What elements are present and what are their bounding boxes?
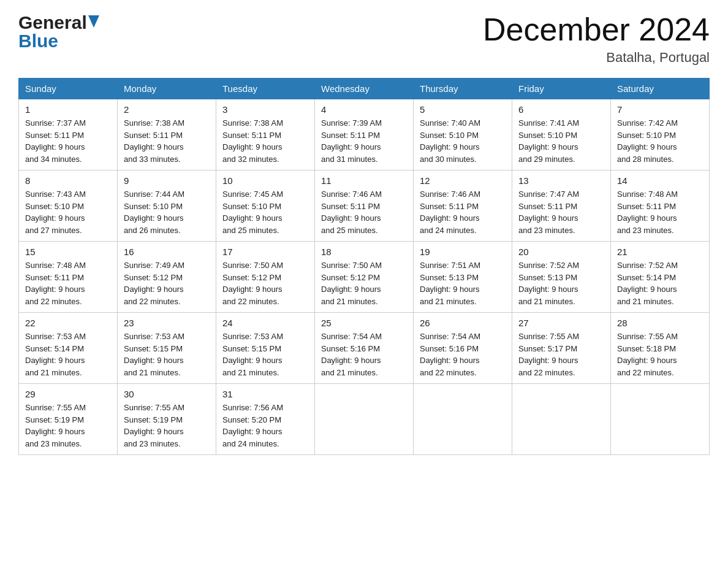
day-number: 11 [321,175,407,186]
day-info: Sunrise: 7:40 AMSunset: 5:10 PMDaylight:… [420,117,506,165]
day-number: 3 [222,104,308,115]
day-number: 24 [222,318,308,328]
calendar-cell: 27Sunrise: 7:55 AMSunset: 5:17 PMDayligh… [512,313,611,384]
page-header: General Blue December 2024 Batalha, Port… [18,12,710,66]
weekday-header-sunday: Sunday [19,79,118,99]
calendar-cell [414,384,512,455]
logo: General Blue [18,12,99,52]
calendar-cell: 14Sunrise: 7:48 AMSunset: 5:11 PMDayligh… [611,170,710,242]
day-number: 31 [222,389,308,399]
day-number: 17 [222,247,308,257]
calendar-cell: 12Sunrise: 7:46 AMSunset: 5:11 PMDayligh… [414,170,512,242]
day-number: 16 [124,247,210,257]
day-info: Sunrise: 7:48 AMSunset: 5:11 PMDaylight:… [617,188,703,236]
day-info: Sunrise: 7:51 AMSunset: 5:13 PMDaylight:… [420,259,506,307]
day-number: 20 [518,247,604,257]
day-info: Sunrise: 7:53 AMSunset: 5:14 PMDaylight:… [25,331,111,378]
day-info: Sunrise: 7:54 AMSunset: 5:16 PMDaylight:… [420,331,506,378]
day-number: 4 [321,104,407,115]
day-info: Sunrise: 7:45 AMSunset: 5:10 PMDaylight:… [222,188,308,236]
day-number: 1 [25,104,111,115]
day-number: 13 [518,175,604,186]
day-number: 5 [420,104,506,115]
day-info: Sunrise: 7:46 AMSunset: 5:11 PMDaylight:… [321,188,407,236]
title-area: December 2024 Batalha, Portugal [483,12,710,66]
calendar-cell: 4Sunrise: 7:39 AMSunset: 5:11 PMDaylight… [315,99,414,170]
calendar-cell: 23Sunrise: 7:53 AMSunset: 5:15 PMDayligh… [118,313,216,384]
day-info: Sunrise: 7:49 AMSunset: 5:12 PMDaylight:… [124,259,210,307]
day-number: 15 [25,247,111,257]
day-info: Sunrise: 7:55 AMSunset: 5:17 PMDaylight:… [518,331,604,378]
day-info: Sunrise: 7:50 AMSunset: 5:12 PMDaylight:… [321,259,407,307]
day-number: 22 [25,318,111,328]
weekday-header-friday: Friday [512,79,611,99]
weekday-header-row: SundayMondayTuesdayWednesdayThursdayFrid… [19,79,710,99]
calendar-cell: 25Sunrise: 7:54 AMSunset: 5:16 PMDayligh… [315,313,414,384]
day-number: 26 [420,318,506,328]
calendar-cell: 13Sunrise: 7:47 AMSunset: 5:11 PMDayligh… [512,170,611,242]
calendar-cell: 24Sunrise: 7:53 AMSunset: 5:15 PMDayligh… [216,313,315,384]
day-info: Sunrise: 7:47 AMSunset: 5:11 PMDaylight:… [518,188,604,236]
calendar-cell: 17Sunrise: 7:50 AMSunset: 5:12 PMDayligh… [216,242,315,313]
calendar-cell: 2Sunrise: 7:38 AMSunset: 5:11 PMDaylight… [118,99,216,170]
day-number: 23 [124,318,210,328]
calendar-cell: 6Sunrise: 7:41 AMSunset: 5:10 PMDaylight… [512,99,611,170]
day-info: Sunrise: 7:50 AMSunset: 5:12 PMDaylight:… [222,259,308,307]
day-number: 30 [124,389,210,399]
day-number: 9 [124,175,210,186]
day-number: 25 [321,318,407,328]
calendar-cell: 21Sunrise: 7:52 AMSunset: 5:14 PMDayligh… [611,242,710,313]
weekday-header-wednesday: Wednesday [315,79,414,99]
calendar-cell: 8Sunrise: 7:43 AMSunset: 5:10 PMDaylight… [19,170,118,242]
day-info: Sunrise: 7:52 AMSunset: 5:14 PMDaylight:… [617,259,703,307]
day-info: Sunrise: 7:38 AMSunset: 5:11 PMDaylight:… [124,117,210,165]
calendar-cell: 28Sunrise: 7:55 AMSunset: 5:18 PMDayligh… [611,313,710,384]
calendar-cell: 7Sunrise: 7:42 AMSunset: 5:10 PMDaylight… [611,99,710,170]
day-info: Sunrise: 7:53 AMSunset: 5:15 PMDaylight:… [124,331,210,378]
day-number: 7 [617,104,703,115]
day-number: 18 [321,247,407,257]
logo-general: General [18,12,87,33]
day-info: Sunrise: 7:55 AMSunset: 5:19 PMDaylight:… [124,402,210,450]
weekday-header-thursday: Thursday [414,79,512,99]
day-info: Sunrise: 7:55 AMSunset: 5:19 PMDaylight:… [25,402,111,450]
calendar-cell: 31Sunrise: 7:56 AMSunset: 5:20 PMDayligh… [216,384,315,455]
day-number: 10 [222,175,308,186]
calendar-cell: 9Sunrise: 7:44 AMSunset: 5:10 PMDaylight… [118,170,216,242]
calendar-cell [315,384,414,455]
calendar-cell: 22Sunrise: 7:53 AMSunset: 5:14 PMDayligh… [19,313,118,384]
calendar-cell: 5Sunrise: 7:40 AMSunset: 5:10 PMDaylight… [414,99,512,170]
day-number: 6 [518,104,604,115]
day-number: 28 [617,318,703,328]
calendar-cell: 26Sunrise: 7:54 AMSunset: 5:16 PMDayligh… [414,313,512,384]
calendar-table: SundayMondayTuesdayWednesdayThursdayFrid… [18,78,710,455]
day-info: Sunrise: 7:41 AMSunset: 5:10 PMDaylight:… [518,117,604,165]
day-number: 12 [420,175,506,186]
day-info: Sunrise: 7:48 AMSunset: 5:11 PMDaylight:… [25,259,111,307]
day-number: 27 [518,318,604,328]
week-row-5: 29Sunrise: 7:55 AMSunset: 5:19 PMDayligh… [19,384,710,455]
day-info: Sunrise: 7:39 AMSunset: 5:11 PMDaylight:… [321,117,407,165]
day-info: Sunrise: 7:44 AMSunset: 5:10 PMDaylight:… [124,188,210,236]
calendar-cell [611,384,710,455]
day-info: Sunrise: 7:52 AMSunset: 5:13 PMDaylight:… [518,259,604,307]
day-info: Sunrise: 7:55 AMSunset: 5:18 PMDaylight:… [617,331,703,378]
calendar-cell: 3Sunrise: 7:38 AMSunset: 5:11 PMDaylight… [216,99,315,170]
logo-triangle-icon [88,15,99,28]
week-row-3: 15Sunrise: 7:48 AMSunset: 5:11 PMDayligh… [19,242,710,313]
day-info: Sunrise: 7:38 AMSunset: 5:11 PMDaylight:… [222,117,308,165]
day-number: 14 [617,175,703,186]
svg-marker-0 [88,15,99,28]
day-info: Sunrise: 7:53 AMSunset: 5:15 PMDaylight:… [222,331,308,378]
day-number: 2 [124,104,210,115]
day-info: Sunrise: 7:46 AMSunset: 5:11 PMDaylight:… [420,188,506,236]
week-row-1: 1Sunrise: 7:37 AMSunset: 5:11 PMDaylight… [19,99,710,170]
day-number: 21 [617,247,703,257]
calendar-cell: 15Sunrise: 7:48 AMSunset: 5:11 PMDayligh… [19,242,118,313]
calendar-cell [512,384,611,455]
logo-blue: Blue [18,31,58,52]
day-info: Sunrise: 7:54 AMSunset: 5:16 PMDaylight:… [321,331,407,378]
weekday-header-saturday: Saturday [611,79,710,99]
day-number: 29 [25,389,111,399]
calendar-cell: 29Sunrise: 7:55 AMSunset: 5:19 PMDayligh… [19,384,118,455]
